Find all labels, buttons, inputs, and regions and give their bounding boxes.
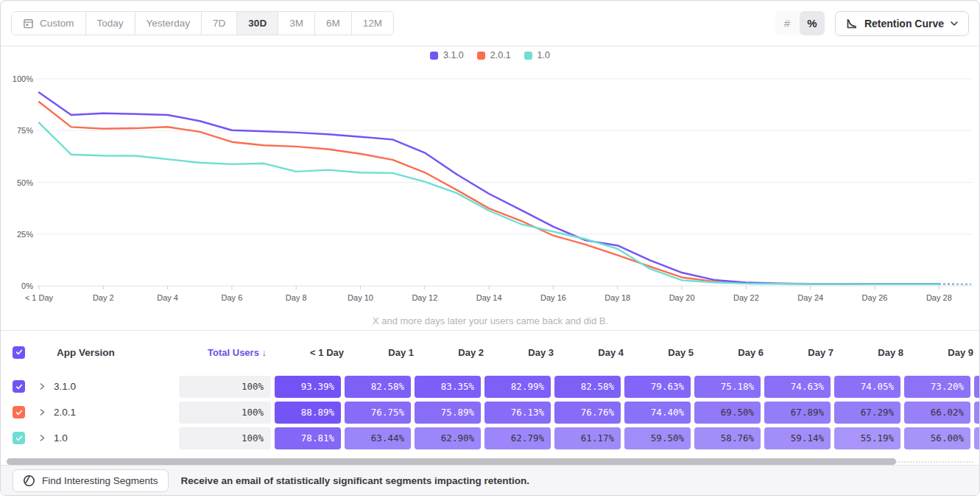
- retention-cell[interactable]: 75.89%: [415, 402, 481, 424]
- retention-cell[interactable]: 67.89%: [764, 402, 831, 424]
- retention-cell[interactable]: 76.75%: [345, 402, 411, 424]
- retention-cell[interactable]: 78.81%: [275, 427, 341, 449]
- retention-cell[interactable]: 88.89%: [275, 402, 341, 424]
- retention-cell[interactable]: 63.44%: [345, 427, 411, 449]
- table-header-row: App Version Total Users ↓ < 1 DayDay 1Da…: [1, 338, 979, 366]
- retention-cell[interactable]: 59.14%: [764, 427, 831, 449]
- series-line-1.0: [39, 123, 939, 284]
- date-range-30d[interactable]: 30D: [237, 12, 278, 35]
- footer-message: Receive an email of statistically signif…: [181, 475, 529, 486]
- x-axis-label: Day 14: [476, 293, 502, 302]
- expand-chevron-icon[interactable]: [38, 433, 54, 443]
- retention-cell[interactable]: 74.40%: [624, 402, 691, 424]
- retention-cell[interactable]: 62.79%: [484, 427, 551, 449]
- retention-cell[interactable]: 66.02%: [904, 402, 970, 424]
- series-line-3.1.0: [39, 93, 939, 284]
- retention-cell[interactable]: 75.18%: [694, 376, 761, 398]
- app-version-name: 1.0: [54, 432, 179, 444]
- date-range-7d[interactable]: 7D: [202, 12, 237, 35]
- row-checkbox-2.0.1[interactable]: [13, 406, 25, 418]
- x-axis-label: Day 22: [733, 293, 759, 302]
- day-column-header: Day 8: [843, 347, 909, 358]
- x-axis-label: < 1 Day: [25, 293, 54, 302]
- date-range-3m[interactable]: 3M: [278, 12, 315, 35]
- retention-cell[interactable]: 74.63%: [764, 376, 831, 398]
- table-row-3.1.0: 3.1.0100%93.39%82.58%83.35%82.99%82.58%7…: [1, 374, 979, 399]
- retention-cell[interactable]: 79.63%: [624, 376, 691, 398]
- day-column-header: Day 3: [493, 347, 560, 358]
- segments-icon: [23, 474, 35, 487]
- retention-cell[interactable]: 73.20%: [904, 376, 970, 398]
- find-interesting-segments-button[interactable]: Find Interesting Segments: [13, 469, 169, 492]
- retention-cell[interactable]: 82.99%: [484, 376, 551, 398]
- retention-cell[interactable]: 82.58%: [345, 376, 411, 398]
- calendar-icon: [23, 18, 34, 29]
- segments-button-label: Find Interesting Segments: [42, 475, 158, 486]
- retention-cell[interactable]: 59.50%: [624, 427, 691, 449]
- date-range-12m[interactable]: 12M: [352, 12, 393, 35]
- chevron-down-icon: [951, 21, 958, 26]
- retention-cell[interactable]: 83.35%: [415, 376, 481, 398]
- toolbar: CustomTodayYesterday7D30D3M6M12M # % Ret…: [1, 1, 979, 46]
- row-checkbox-3.1.0[interactable]: [13, 380, 25, 393]
- retention-cell[interactable]: 76.13%: [484, 402, 551, 424]
- percent-format-button[interactable]: %: [800, 11, 825, 35]
- retention-cell[interactable]: 55.19%: [834, 427, 900, 449]
- date-range-label: Custom: [40, 18, 74, 29]
- retention-cell[interactable]: 67.29%: [834, 402, 900, 424]
- y-axis-label: 75%: [17, 126, 33, 135]
- day-column-header: Day 7: [773, 347, 839, 358]
- day-column-header: Day 9: [913, 347, 979, 358]
- retention-cell[interactable]: 62.90%: [415, 427, 481, 449]
- horizontal-scrollbar-thumb[interactable]: [7, 458, 896, 465]
- retention-curve-icon: [846, 18, 858, 29]
- day-column-header: Day 6: [703, 347, 769, 358]
- retention-cell-partial: [974, 402, 979, 424]
- x-axis-label: Day 28: [926, 293, 952, 302]
- date-range-picker: CustomTodayYesterday7D30D3M6M12M: [11, 11, 394, 35]
- date-range-yesterday[interactable]: Yesterday: [135, 12, 202, 35]
- row-checkbox-1.0[interactable]: [13, 432, 25, 444]
- x-axis-label: Day 4: [157, 293, 178, 302]
- retention-cell[interactable]: 69.50%: [694, 402, 761, 424]
- footer-bar: Find Interesting Segments Receive an ema…: [1, 465, 979, 495]
- retention-cell[interactable]: 82.58%: [554, 376, 621, 398]
- date-range-6m[interactable]: 6M: [315, 12, 352, 35]
- date-range-label: 30D: [248, 18, 267, 29]
- retention-cell-partial: [974, 376, 979, 398]
- value-format-toggle: # %: [775, 11, 825, 35]
- retention-cell[interactable]: 76.76%: [554, 402, 621, 424]
- report-type-label: Retention Curve: [864, 18, 944, 29]
- retention-cell[interactable]: 93.39%: [275, 376, 341, 398]
- day-column-header: Day 2: [423, 347, 490, 358]
- retention-chart: 0%25%50%75%100%< 1 DayDay 2Day 4Day 6Day…: [1, 57, 980, 329]
- date-range-today[interactable]: Today: [86, 12, 135, 35]
- x-axis-label: Day 18: [604, 293, 630, 302]
- retention-cell[interactable]: 61.17%: [554, 427, 621, 449]
- date-range-custom[interactable]: Custom: [12, 12, 86, 35]
- total-users-header[interactable]: Total Users ↓: [188, 347, 280, 358]
- total-users-cell: 100%: [179, 376, 271, 398]
- chart-subtitle: X and more days later your users came ba…: [373, 315, 608, 326]
- day-column-header: Day 1: [353, 347, 420, 358]
- retention-cell-partial: [974, 427, 979, 449]
- table-body: 3.1.0100%93.39%82.58%83.35%82.99%82.58%7…: [1, 374, 979, 451]
- app-version-name: 3.1.0: [54, 381, 179, 392]
- expand-chevron-icon[interactable]: [38, 407, 54, 417]
- retention-cell[interactable]: 74.05%: [834, 376, 900, 398]
- date-range-label: 7D: [213, 18, 225, 29]
- y-axis-label: 0%: [21, 281, 33, 290]
- retention-report-panel: CustomTodayYesterday7D30D3M6M12M # % Ret…: [0, 0, 980, 496]
- date-range-label: 3M: [289, 18, 303, 29]
- expand-chevron-icon[interactable]: [38, 382, 54, 391]
- retention-cell[interactable]: 58.76%: [694, 427, 761, 449]
- number-format-button[interactable]: #: [775, 11, 800, 35]
- date-range-label: Yesterday: [147, 18, 191, 29]
- app-version-header: App Version: [15, 347, 188, 358]
- x-axis-label: Day 2: [93, 293, 114, 302]
- total-users-cell: 100%: [179, 402, 271, 424]
- y-axis-label: 25%: [17, 230, 33, 239]
- retention-cell[interactable]: 56.00%: [904, 427, 970, 449]
- report-type-dropdown[interactable]: Retention Curve: [835, 11, 969, 36]
- x-axis-label: Day 24: [797, 293, 823, 302]
